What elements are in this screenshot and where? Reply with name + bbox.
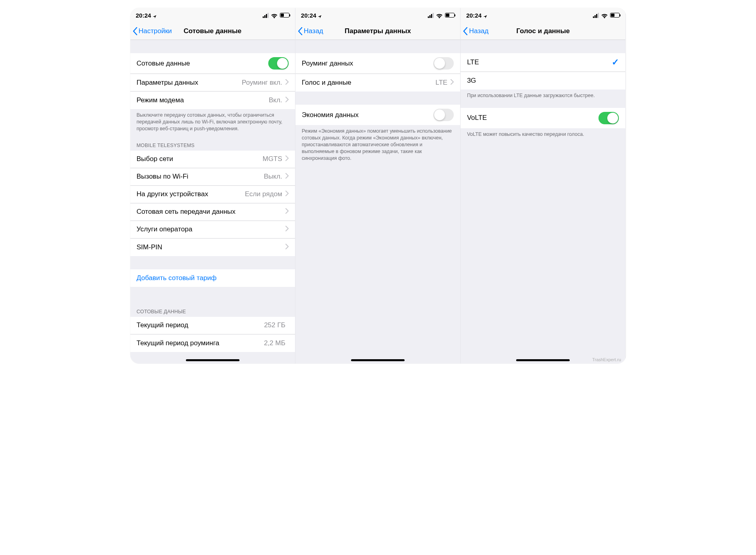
switch-low-data-mode[interactable] <box>433 109 454 121</box>
page-title: Голос и данные <box>517 27 570 35</box>
cell-voice-data[interactable]: Голос и данные LTE <box>295 74 460 92</box>
cell-3g[interactable]: 3G <box>461 72 625 90</box>
cell-label: Экономия данных <box>302 111 433 119</box>
chevron-left-icon <box>298 27 303 35</box>
chevron-right-icon <box>285 155 289 163</box>
group-footer: При использовании LTE данные загружаются… <box>461 90 625 101</box>
status-bar: 20:24 <box>461 8 625 22</box>
back-label: Назад <box>469 27 489 35</box>
cell-detail: Если рядом <box>245 190 282 198</box>
nav-bar: Назад Параметры данных <box>295 22 460 40</box>
watermark: TrashExpert.ru <box>592 357 621 362</box>
group-footer: Режим «Экономия данных» помогает уменьши… <box>295 125 460 163</box>
content-scroll[interactable]: Сотовые данные Параметры данных Роуминг … <box>130 40 295 364</box>
cell-detail: 2,2 МБ <box>264 339 285 347</box>
cell-label: LTE <box>467 58 612 66</box>
switch-data-roaming[interactable] <box>433 57 454 70</box>
chevron-right-icon <box>285 190 289 198</box>
chevron-right-icon <box>451 79 454 87</box>
cell-lte[interactable]: LTE ✓ <box>461 53 625 72</box>
cell-cellular-data[interactable]: Сотовые данные <box>130 53 295 74</box>
cell-detail: Выкл. <box>264 173 282 181</box>
chevron-right-icon <box>285 243 289 251</box>
cell-volte[interactable]: VoLTE <box>461 108 625 128</box>
group-footer: Выключите передачу сотовых данных, чтобы… <box>130 109 295 134</box>
cell-detail: Роуминг вкл. <box>242 79 282 87</box>
battery-icon <box>280 13 289 18</box>
cell-detail: MGTS <box>263 155 282 163</box>
status-time: 20:24 <box>136 12 151 19</box>
cell-label: Сотовая сеть передачи данных <box>137 208 285 216</box>
cell-wifi-calling[interactable]: Вызовы по Wi-Fi Выкл. <box>130 168 295 186</box>
back-button[interactable]: Назад <box>463 27 489 35</box>
home-indicator[interactable] <box>351 359 405 361</box>
home-indicator[interactable] <box>186 359 239 361</box>
group-header: MOBILE TELESYSTEMS <box>130 134 295 151</box>
cell-label: Вызовы по Wi-Fi <box>137 173 264 181</box>
cell-carrier-services[interactable]: Услуги оператора <box>130 221 295 239</box>
page-title: Сотовые данные <box>184 27 241 35</box>
cell-roaming-period[interactable]: Текущий период роуминга 2,2 МБ <box>130 334 295 352</box>
back-button[interactable]: Назад <box>298 27 323 35</box>
battery-icon <box>445 13 455 18</box>
nav-bar: Настройки Сотовые данные <box>130 22 295 40</box>
phone-screen-3: 20:24 Назад Голос и данные <box>461 8 626 364</box>
cell-network-select[interactable]: Выбор сети MGTS <box>130 151 295 168</box>
wifi-icon <box>601 13 608 18</box>
status-bar: 20:24 <box>295 8 460 22</box>
chevron-right-icon <box>285 208 289 216</box>
cell-label: Добавить сотовый тариф <box>137 274 289 282</box>
phone-screen-1: 20:24 Настройки Сотовые данные <box>130 8 295 364</box>
cell-sim-pin[interactable]: SIM-PIN <box>130 239 295 256</box>
cell-label: Выбор сети <box>137 155 263 163</box>
switch-cellular-data[interactable] <box>268 57 289 70</box>
cell-cellular-network[interactable]: Сотовая сеть передачи данных <box>130 203 295 221</box>
wifi-icon <box>436 13 443 18</box>
cell-label: Текущий период <box>137 321 264 329</box>
nav-bar: Назад Голос и данные <box>461 22 625 40</box>
cell-other-devices[interactable]: На других устройствах Если рядом <box>130 186 295 203</box>
status-time: 20:24 <box>466 12 481 19</box>
status-time: 20:24 <box>301 12 316 19</box>
cell-low-data-mode[interactable]: Экономия данных <box>295 105 460 125</box>
cell-label: Параметры данных <box>137 79 242 87</box>
signal-bars-icon <box>263 13 269 18</box>
back-button[interactable]: Настройки <box>133 27 172 35</box>
chevron-right-icon <box>285 225 289 233</box>
signal-bars-icon <box>428 13 434 18</box>
location-icon <box>153 13 157 17</box>
phone-screen-2: 20:24 Назад Параметры данных <box>295 8 461 364</box>
back-label: Настройки <box>139 27 172 35</box>
chevron-right-icon <box>285 96 289 104</box>
content-scroll[interactable]: Роуминг данных Голос и данные LTE Эконом… <box>295 40 460 364</box>
cell-detail: Вкл. <box>269 96 282 104</box>
location-icon <box>483 13 487 17</box>
cell-add-plan[interactable]: Добавить сотовый тариф <box>130 269 295 287</box>
group-footer: VoLTE может повысить качество передачи г… <box>461 128 625 139</box>
switch-volte[interactable] <box>598 112 619 124</box>
triple-screenshot-frame: 20:24 Настройки Сотовые данные <box>130 8 626 364</box>
location-icon <box>318 13 322 17</box>
chevron-right-icon <box>285 79 289 87</box>
battery-icon <box>610 13 620 18</box>
cell-label: Голос и данные <box>302 79 435 87</box>
cell-label: SIM-PIN <box>137 243 285 251</box>
cell-label: На других устройствах <box>137 190 245 198</box>
cell-label: Режим модема <box>137 96 269 104</box>
status-bar: 20:24 <box>130 8 295 22</box>
cell-data-options[interactable]: Параметры данных Роуминг вкл. <box>130 74 295 92</box>
cell-label: Услуги оператора <box>137 225 285 233</box>
cell-data-roaming[interactable]: Роуминг данных <box>295 53 460 74</box>
cell-label: Сотовые данные <box>137 60 268 68</box>
cell-label: Роуминг данных <box>302 60 433 68</box>
signal-bars-icon <box>593 13 599 18</box>
cell-current-period[interactable]: Текущий период 252 ГБ <box>130 317 295 334</box>
home-indicator[interactable] <box>516 359 570 361</box>
group-header: СОТОВЫЕ ДАННЫЕ <box>130 300 295 317</box>
page-title: Параметры данных <box>345 27 411 35</box>
content-scroll[interactable]: LTE ✓ 3G При использовании LTE данные за… <box>461 40 625 364</box>
cell-label: Текущий период роуминга <box>137 339 264 347</box>
cell-hotspot[interactable]: Режим модема Вкл. <box>130 92 295 109</box>
checkmark-icon: ✓ <box>612 57 619 68</box>
wifi-icon <box>271 13 277 18</box>
